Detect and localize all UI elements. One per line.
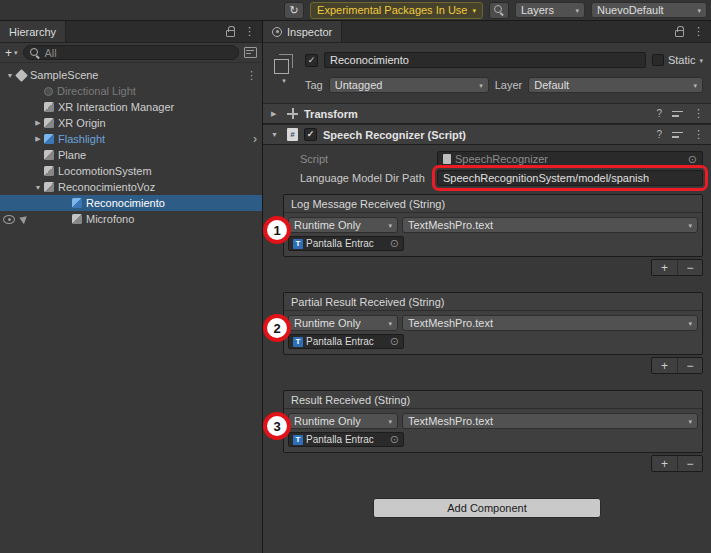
- gameobject-header: ▾ ✓ Reconocimiento Static ▾: [263, 43, 711, 103]
- kebab-icon[interactable]: ⋮: [693, 129, 704, 140]
- foldout-arrow[interactable]: ▶: [271, 110, 281, 118]
- hierarchy-item-directional-light[interactable]: Directional Light: [0, 83, 262, 99]
- foldout-arrow[interactable]: ▶: [32, 135, 44, 143]
- chevron-down-icon: ▾: [688, 222, 692, 229]
- object-picker-icon[interactable]: ⊙: [390, 336, 399, 347]
- layer-dropdown[interactable]: Default ▾: [528, 77, 703, 93]
- annotation-badge-3: 3: [263, 412, 291, 440]
- hierarchy-item-flashlight[interactable]: ▶ Flashlight ›: [0, 131, 262, 147]
- hierarchy-item-locomotionsystem[interactable]: LocomotionSystem: [0, 163, 262, 179]
- hierarchy-item-xr-origin[interactable]: ▶ XR Origin: [0, 115, 262, 131]
- hierarchy-item-microfono[interactable]: Microfono: [0, 211, 262, 227]
- preset-icon[interactable]: [672, 130, 683, 140]
- event-function-dropdown[interactable]: TextMeshPro.text ▾: [402, 217, 698, 233]
- lock-icon[interactable]: [226, 30, 235, 37]
- help-icon[interactable]: ?: [656, 129, 662, 140]
- kebab-icon[interactable]: ⋮: [244, 26, 255, 37]
- textmeshpro-icon: T: [293, 239, 303, 249]
- create-object-button[interactable]: + ▾: [5, 46, 18, 60]
- help-icon[interactable]: ?: [656, 108, 662, 119]
- component-enabled-checkbox[interactable]: ✓: [304, 128, 317, 141]
- event-list-controls: + −: [651, 259, 703, 276]
- annotation-badge-1: 1: [263, 216, 291, 244]
- event-remove-button[interactable]: −: [677, 358, 702, 373]
- event-add-button[interactable]: +: [652, 260, 677, 275]
- add-component-button[interactable]: Add Component: [373, 498, 601, 518]
- layer-label: Layer: [495, 79, 523, 91]
- component-title: Speech Recognizer (Script): [323, 129, 466, 141]
- prefab-open-arrow-icon[interactable]: ›: [253, 132, 257, 146]
- experimental-packages-button[interactable]: Experimental Packages In Use ▾: [310, 2, 483, 19]
- event-add-button[interactable]: +: [652, 358, 677, 373]
- gameobject-name-field[interactable]: Reconocimiento: [324, 52, 646, 68]
- event-function-dropdown[interactable]: TextMeshPro.text ▾: [402, 315, 698, 331]
- event-remove-button[interactable]: −: [677, 456, 702, 471]
- object-picker-icon[interactable]: ⊙: [390, 238, 399, 249]
- foldout-arrow[interactable]: ▼: [271, 131, 281, 138]
- layout-dropdown[interactable]: NuevoDefault ▾: [591, 2, 707, 18]
- visibility-eye-icon[interactable]: [3, 215, 15, 224]
- event-mode-dropdown[interactable]: Runtime Only ▾: [288, 315, 398, 331]
- foldout-arrow[interactable]: ▶: [32, 119, 44, 127]
- chevron-down-icon: ▾: [479, 82, 483, 89]
- kebab-icon[interactable]: ⋮: [693, 26, 704, 37]
- scene-icon: [15, 69, 28, 82]
- tab-hierarchy[interactable]: Hierarchy: [0, 21, 66, 42]
- speech-recognizer-component-header[interactable]: ▼ # ✓ Speech Recognizer (Script) ? ⋮: [263, 124, 711, 145]
- script-reference-field[interactable]: SpeechRecognizer ⊙: [437, 151, 703, 167]
- search-button[interactable]: [489, 2, 509, 19]
- event-title: Partial Result Received (String): [284, 293, 702, 311]
- chevron-down-icon: ▾: [388, 418, 392, 425]
- active-checkbox[interactable]: ✓: [305, 54, 318, 67]
- static-checkbox[interactable]: [652, 54, 664, 66]
- hierarchy-item-samplescene[interactable]: ▼ SampleScene ⋮: [0, 67, 262, 83]
- language-model-dir-path-field[interactable]: SpeechRecognitionSystem/model/spanish: [437, 170, 703, 186]
- event-function-dropdown[interactable]: TextMeshPro.text ▾: [402, 413, 698, 429]
- undo-history-button[interactable]: ↻: [284, 2, 304, 19]
- object-picker-icon[interactable]: ⊙: [688, 154, 697, 165]
- preset-icon[interactable]: [672, 109, 683, 119]
- transform-component-header[interactable]: ▶ Transform ? ⋮: [263, 103, 711, 124]
- event-remove-button[interactable]: −: [677, 260, 702, 275]
- kebab-icon[interactable]: ⋮: [693, 108, 704, 119]
- chevron-down-icon: ▾: [688, 320, 692, 327]
- kebab-icon[interactable]: ⋮: [246, 70, 257, 81]
- foldout-arrow[interactable]: ▼: [32, 184, 44, 191]
- event-target-field[interactable]: T Pantalla Entrac ⊙: [288, 432, 404, 447]
- chevron-down-icon: ▾: [575, 7, 579, 14]
- event-mode-dropdown[interactable]: Runtime Only ▾: [288, 217, 398, 233]
- gameobject-icon: [72, 214, 82, 224]
- script-icon: [443, 154, 451, 164]
- event-list-controls: + −: [651, 357, 703, 374]
- tag-label: Tag: [305, 79, 323, 91]
- search-input[interactable]: All: [23, 45, 239, 60]
- hierarchy-item-xr-interaction-manager[interactable]: XR Interaction Manager: [0, 99, 262, 115]
- pickability-cursor-icon[interactable]: [19, 214, 29, 225]
- tab-inspector[interactable]: Inspector: [263, 21, 342, 42]
- event-target-field[interactable]: T Pantalla Entrac ⊙: [288, 334, 404, 349]
- hierarchy-item-reconocimientovoz[interactable]: ▼ ReconocimientoVoz: [0, 179, 262, 195]
- hierarchy-item-reconocimiento[interactable]: Reconocimiento: [0, 195, 262, 211]
- inspector-panel: Inspector ⋮ ▾ ✓: [263, 21, 711, 553]
- search-filter-icon[interactable]: [244, 47, 257, 58]
- static-toggle[interactable]: Static ▾: [652, 54, 703, 66]
- event-target-field[interactable]: T Pantalla Entrac ⊙: [288, 236, 404, 251]
- hierarchy-item-plane[interactable]: Plane: [0, 147, 262, 163]
- event-mode-dropdown[interactable]: Runtime Only ▾: [288, 413, 398, 429]
- layers-dropdown[interactable]: Layers ▾: [515, 2, 585, 18]
- chevron-down-icon: ▾: [388, 222, 392, 229]
- textmeshpro-icon: T: [293, 435, 303, 445]
- chevron-down-icon: ▾: [699, 57, 703, 64]
- object-picker-icon[interactable]: ⊙: [390, 434, 399, 445]
- unity-event-log-message: 1 Log Message Received (String) Runtime …: [283, 194, 703, 276]
- chevron-down-icon: ▾: [472, 7, 476, 14]
- search-icon: [494, 5, 504, 15]
- gameobject-icon: [44, 150, 54, 160]
- chevron-down-icon[interactable]: ▾: [282, 77, 286, 84]
- event-add-button[interactable]: +: [652, 456, 677, 471]
- gameobject-icon: [44, 102, 54, 112]
- prefab-icon: [44, 134, 54, 144]
- tag-dropdown[interactable]: Untagged ▾: [329, 77, 489, 93]
- lock-icon[interactable]: [675, 30, 684, 37]
- hierarchy-tabbar: Hierarchy ⋮: [0, 21, 262, 43]
